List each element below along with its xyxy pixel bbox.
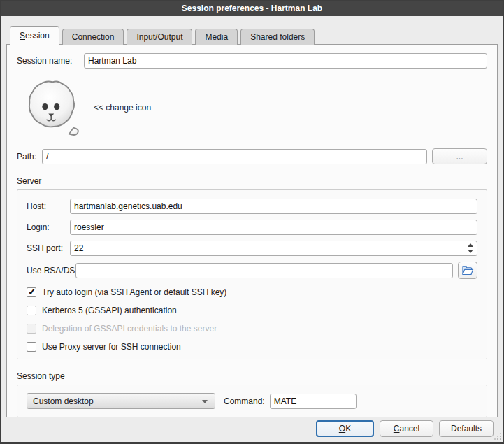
ssh-port-row: SSH port: <box>27 241 477 256</box>
login-row: Login: <box>27 220 477 235</box>
auto-login-checkbox-row[interactable]: Try auto login (via SSH Agent or default… <box>27 287 477 297</box>
session-type-dropdown-value: Custom desktop <box>33 396 94 406</box>
proxy-label: Use Proxy server for SSH connection <box>42 342 181 352</box>
spin-up-icon[interactable] <box>468 243 473 247</box>
tab-media[interactable]: Media <box>195 29 238 45</box>
change-icon-label[interactable]: << change icon <box>94 103 151 113</box>
session-type-groupbox: Custom desktop Command: <box>17 385 487 417</box>
browse-path-button[interactable]: ... <box>432 148 487 164</box>
session-name-label: Session name: <box>17 56 84 66</box>
login-label: Login: <box>27 222 70 232</box>
kerberos-checkbox[interactable] <box>27 306 36 315</box>
defaults-button[interactable]: Defaults <box>439 420 494 437</box>
rsa-key-row: Use RSA/DSA key for ssh connection: <box>27 262 477 279</box>
command-input[interactable] <box>270 394 357 409</box>
auto-login-label: Try auto login (via SSH Agent or default… <box>42 287 226 297</box>
ssh-port-label: SSH port: <box>27 243 70 253</box>
tab-shared-folders[interactable]: Shared folders <box>240 29 315 45</box>
open-folder-icon <box>461 265 474 276</box>
path-row: Path: ... <box>17 148 487 164</box>
session-type-dropdown[interactable]: Custom desktop <box>27 393 215 409</box>
session-icon-row: << change icon <box>17 78 487 137</box>
session-preferences-dialog: Session preferences - Hartman Lab Sessio… <box>0 0 504 444</box>
ok-button[interactable]: OK <box>316 420 374 437</box>
gssapi-delegation-checkbox <box>27 324 36 334</box>
x2go-seal-mascot-icon <box>21 78 84 137</box>
host-label: Host: <box>27 201 70 211</box>
rsa-key-input[interactable] <box>75 263 453 278</box>
ssh-port-spinner <box>70 241 477 256</box>
login-input[interactable] <box>70 220 477 235</box>
spin-down-icon[interactable] <box>468 250 473 253</box>
session-type-row: Custom desktop Command: <box>27 393 477 409</box>
gssapi-delegation-checkbox-row: Delegation of GSSAPI credentials to the … <box>27 324 477 334</box>
server-groupbox: Host: Login: SSH port: <box>17 189 487 359</box>
dialog-body: Session Connection Input/Output Media Sh… <box>1 16 503 442</box>
path-input[interactable] <box>42 149 427 164</box>
path-label: Path: <box>17 152 36 162</box>
session-type-group-label: Session type <box>17 371 487 381</box>
dialog-footer: OK Cancel Defaults <box>6 417 498 442</box>
proxy-checkbox-row[interactable]: Use Proxy server for SSH connection <box>27 342 477 352</box>
chevron-down-icon <box>202 400 208 403</box>
ssh-port-input[interactable] <box>70 241 477 256</box>
rsa-key-browse-button[interactable] <box>458 262 477 279</box>
spin-buttons <box>464 241 477 255</box>
proxy-checkbox[interactable] <box>27 342 36 352</box>
tab-connection[interactable]: Connection <box>62 29 124 45</box>
resize-grip[interactable] <box>495 434 502 441</box>
rsa-key-label: Use RSA/DSA key for ssh connection: <box>27 266 70 275</box>
titlebar[interactable]: Session preferences - Hartman Lab <box>1 1 503 16</box>
server-group-label: Server <box>17 176 487 186</box>
host-input[interactable] <box>70 199 477 214</box>
session-name-input[interactable] <box>84 53 487 69</box>
session-tab-page: Session name: <box>6 44 498 417</box>
tab-session[interactable]: Session <box>10 26 59 45</box>
command-label: Command: <box>224 396 265 406</box>
cancel-button[interactable]: Cancel <box>380 420 433 437</box>
window-title: Session preferences - Hartman Lab <box>182 3 322 13</box>
session-name-row: Session name: <box>17 53 487 69</box>
tab-strip: Session Connection Input/Output Media Sh… <box>10 25 498 44</box>
gssapi-delegation-label: Delegation of GSSAPI credentials to the … <box>42 324 217 334</box>
kerberos-label: Kerberos 5 (GSSAPI) authentication <box>42 306 177 315</box>
auto-login-checkbox[interactable] <box>27 287 36 297</box>
host-row: Host: <box>27 199 477 214</box>
tab-input-output[interactable]: Input/Output <box>127 29 192 45</box>
kerberos-checkbox-row[interactable]: Kerberos 5 (GSSAPI) authentication <box>27 306 477 315</box>
